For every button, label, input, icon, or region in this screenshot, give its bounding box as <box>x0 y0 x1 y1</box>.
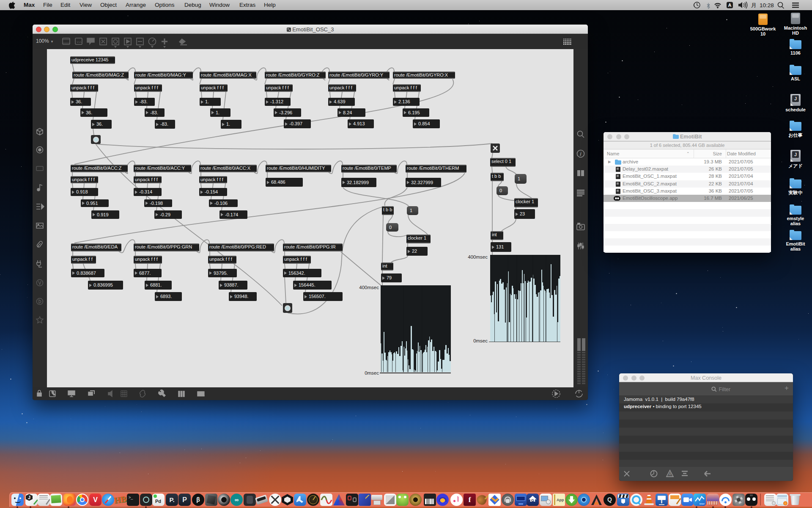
svg-text:A: A <box>669 472 672 477</box>
svg-text:月: 月 <box>751 2 757 8</box>
svg-text:A: A <box>728 3 732 8</box>
svg-text:10:28: 10:28 <box>760 2 774 8</box>
svg-text:i: i <box>580 151 582 157</box>
